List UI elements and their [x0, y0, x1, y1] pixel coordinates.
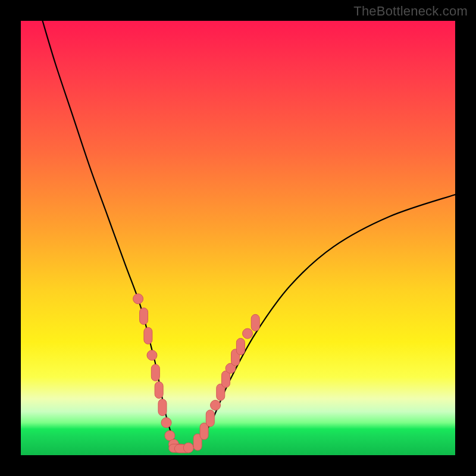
- marker-point: [206, 410, 214, 427]
- plot-area: [21, 21, 455, 455]
- marker-point: [133, 294, 143, 304]
- marker-point: [236, 339, 245, 355]
- marker-point: [140, 308, 148, 324]
- marker-point: [161, 418, 171, 428]
- marker-point: [144, 327, 152, 344]
- watermark-label: TheBottleneck.com: [353, 4, 468, 19]
- chart-svg: [21, 21, 455, 455]
- marker-point: [158, 399, 167, 416]
- marker-point: [211, 400, 221, 411]
- bottleneck-curve: [43, 21, 456, 449]
- marker-point: [183, 443, 193, 453]
- marker-point: [147, 350, 157, 361]
- marker-point: [251, 314, 259, 331]
- chart-frame: TheBottleneck.com: [0, 0, 476, 476]
- marker-point: [155, 382, 163, 399]
- marker-point: [222, 371, 230, 387]
- marker-point: [243, 328, 253, 339]
- highlighted-points: [133, 294, 260, 453]
- marker-point: [151, 364, 159, 381]
